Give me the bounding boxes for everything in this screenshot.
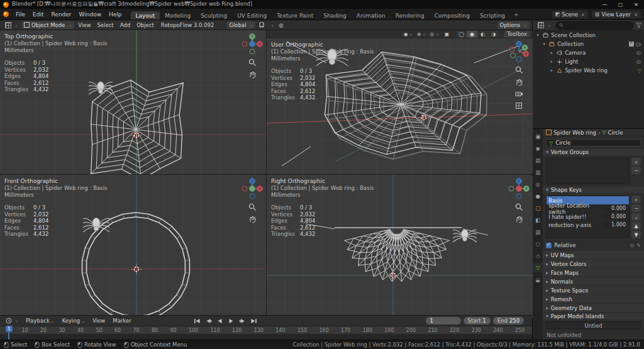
mode-dropdown[interactable]: Object Mode bbox=[21, 21, 74, 29]
shape-keys-list[interactable]: Basis spider Location switch 0.000 bbox=[546, 196, 630, 238]
pin-shape-key-icon[interactable]: ⊙ bbox=[630, 243, 635, 248]
snapping-dropdown[interactable] bbox=[268, 21, 275, 29]
expand-icon[interactable]: ▾ bbox=[535, 33, 540, 38]
zoom-icon[interactable] bbox=[514, 202, 523, 211]
filter-icon[interactable] bbox=[636, 23, 641, 28]
transform-orientation-dropdown[interactable]: Global bbox=[226, 21, 255, 29]
collection-checkbox[interactable] bbox=[629, 42, 634, 47]
workspace-tab[interactable]: Layout bbox=[131, 11, 160, 19]
add-workspace-button[interactable]: + bbox=[510, 11, 523, 18]
output-tab[interactable]: ▤ bbox=[533, 155, 543, 165]
shape-keys-panel-header[interactable]: Shape Keys bbox=[543, 187, 644, 193]
minimize-button[interactable]: — bbox=[597, 0, 613, 9]
expand-icon[interactable]: ▾ bbox=[541, 42, 547, 47]
viewport-menu[interactable]: View bbox=[75, 22, 94, 28]
scene-selector[interactable]: ◩ Scene bbox=[552, 11, 588, 18]
render-visibility-icon[interactable] bbox=[636, 42, 641, 47]
outliner-row-light[interactable]: ▸ Light bbox=[533, 57, 644, 66]
unlink-scene-icon[interactable] bbox=[580, 11, 585, 18]
toggle-orthographic-icon[interactable] bbox=[514, 101, 523, 110]
view-menu[interactable]: View bbox=[89, 318, 108, 324]
collapsed-panel-header[interactable]: UV Maps bbox=[543, 251, 644, 259]
workspace-tab[interactable]: Animation bbox=[352, 11, 391, 19]
expand-icon[interactable]: ▸ bbox=[549, 59, 554, 64]
unlink-view-layer-icon[interactable] bbox=[633, 11, 638, 18]
outliner-search-input[interactable] bbox=[565, 22, 630, 29]
menubar-menu[interactable]: File bbox=[12, 11, 29, 18]
scene-tab[interactable]: ◎ bbox=[533, 179, 543, 189]
outliner-row-scene-collection[interactable]: ▾ Scene Collection bbox=[533, 31, 644, 40]
menubar-menu[interactable]: Render bbox=[48, 11, 75, 18]
play-button[interactable] bbox=[226, 317, 236, 324]
tool-tab[interactable]: ▣ bbox=[533, 131, 543, 141]
move-view-hand-icon[interactable] bbox=[514, 214, 523, 223]
remove-vertex-group-button[interactable]: − bbox=[631, 167, 641, 174]
outliner-search[interactable] bbox=[556, 21, 633, 30]
jump-to-end-button[interactable] bbox=[249, 317, 258, 324]
view-layer-selector[interactable]: ▥ View Layer bbox=[592, 11, 641, 18]
collapsed-panel-header[interactable]: Geometry Data bbox=[543, 304, 644, 312]
shape-key-value[interactable]: 0.000 bbox=[603, 214, 627, 219]
toolbox-button[interactable]: Toolbox bbox=[504, 31, 530, 38]
current-frame-field[interactable]: 1 bbox=[426, 317, 461, 324]
outliner-row-collection[interactable]: ▾ Collection bbox=[533, 40, 644, 48]
add-shape-key-button[interactable]: ＋ bbox=[631, 196, 641, 203]
zoom-icon[interactable] bbox=[248, 202, 257, 211]
collapsed-panel-header[interactable]: Face Maps bbox=[543, 269, 644, 277]
shading-solid-button[interactable]: ● bbox=[467, 31, 477, 38]
timeline-ruler[interactable]: 0102030405060708090100110120130140150160… bbox=[0, 326, 532, 334]
object-data-tab[interactable]: ▽ bbox=[533, 263, 543, 272]
outliner-row-camera[interactable]: ▸ Camera bbox=[533, 48, 644, 57]
workspace-tab[interactable]: Rendering bbox=[391, 11, 430, 19]
viewport-user-orthographic[interactable]: ◉ ⊕ ◎ ▣ ◯ ● ◐ ◑ Toolbox User Orthogr bbox=[267, 30, 533, 174]
workspace-tab[interactable]: UV Editing bbox=[232, 11, 272, 19]
expand-icon[interactable]: ▸ bbox=[549, 68, 554, 73]
collapsed-panel-header[interactable]: Vertex Colors bbox=[543, 260, 644, 268]
shading-material-button[interactable]: ◐ bbox=[477, 31, 488, 38]
gizmos-dropdown[interactable]: ⊕ bbox=[416, 31, 428, 38]
zoom-icon[interactable] bbox=[514, 65, 523, 74]
playhead[interactable]: 1 bbox=[8, 326, 9, 340]
remove-shape-key-button[interactable]: − bbox=[631, 204, 641, 212]
shape-key-specials-button[interactable]: ⌄ bbox=[631, 213, 641, 221]
play-reverse-button[interactable] bbox=[215, 317, 225, 324]
collapsed-panel-header[interactable]: Remesh bbox=[543, 295, 644, 303]
maximize-button[interactable]: ▢ bbox=[613, 0, 628, 9]
mesh-name-field[interactable]: ▽ Circle bbox=[546, 139, 641, 147]
hide-icon[interactable] bbox=[636, 51, 641, 55]
frame-start-field[interactable]: Start1 bbox=[464, 317, 491, 324]
zoom-icon[interactable] bbox=[248, 58, 257, 67]
object-tab[interactable]: □ bbox=[533, 203, 543, 213]
render-tab[interactable]: ◉ bbox=[533, 143, 543, 153]
material-tab[interactable]: ◒ bbox=[533, 275, 543, 284]
view-layer-tab[interactable]: ▥ bbox=[533, 167, 543, 177]
blender-menu-icon[interactable] bbox=[3, 11, 9, 17]
editor-type-button[interactable] bbox=[3, 21, 21, 29]
workspace-tab[interactable]: Scripting bbox=[475, 11, 510, 19]
move-view-hand-icon[interactable] bbox=[248, 70, 257, 79]
viewport-menu[interactable]: Add bbox=[117, 22, 133, 28]
keying-menu[interactable]: Keying bbox=[59, 318, 88, 324]
edit-mode-shape-key-icon[interactable]: ✎ bbox=[636, 243, 641, 248]
marker-menu[interactable]: Marker bbox=[109, 318, 134, 324]
navigation-gizmo[interactable]: XYZ bbox=[508, 41, 530, 62]
previous-keyframe-button[interactable] bbox=[204, 317, 213, 324]
workspace-tab[interactable]: Sculpting bbox=[196, 11, 232, 19]
outliner-row-spider-web-ring[interactable]: ▸ Spider Web ring ▽ bbox=[533, 66, 644, 75]
workspace-tab[interactable]: Texture Paint bbox=[272, 11, 318, 19]
viewport-right-orthographic[interactable]: Right Orthographic (1) Collection | Spid… bbox=[267, 175, 533, 319]
constraints-tab[interactable]: ◇ bbox=[533, 251, 543, 260]
move-view-hand-icon[interactable] bbox=[514, 77, 523, 86]
outliner-editor-type-button[interactable] bbox=[535, 21, 553, 29]
nav-gizmo[interactable]: XZ bbox=[242, 178, 263, 199]
paper-model-islands-panel-header[interactable]: Paper Model Islands bbox=[543, 313, 644, 319]
next-keyframe-button[interactable] bbox=[238, 317, 247, 324]
vertex-groups-panel-header[interactable]: Vertex Groups bbox=[543, 149, 644, 155]
physics-tab[interactable]: ○ bbox=[533, 239, 543, 248]
close-button[interactable]: ✕ bbox=[628, 0, 644, 9]
shape-key-value[interactable]: 0.000 bbox=[603, 206, 627, 211]
menubar-menu[interactable]: Edit bbox=[29, 11, 47, 18]
move-shape-key-up-button[interactable]: ▲ bbox=[631, 222, 641, 230]
viewport-menu[interactable]: Select bbox=[94, 22, 116, 28]
particles-tab[interactable]: ▨ bbox=[533, 227, 543, 236]
